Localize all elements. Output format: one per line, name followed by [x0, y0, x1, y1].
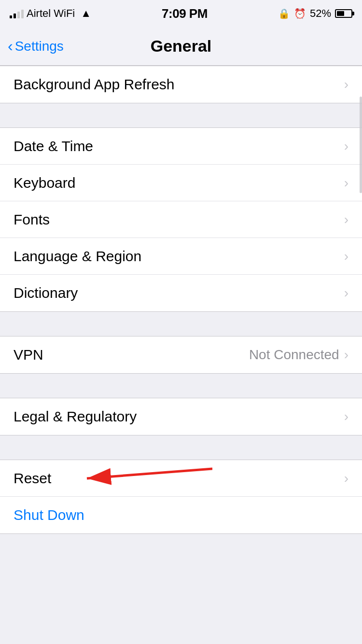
legal-regulatory-label: Legal & Regulatory [14, 408, 137, 425]
chevron-right-icon: › [344, 175, 348, 191]
legal-regulatory-right: › [344, 409, 348, 424]
spacer-5 [0, 534, 362, 558]
status-right: 🔒 ⏰ 52% [278, 7, 352, 20]
background-app-refresh-label: Background App Refresh [14, 76, 175, 93]
back-button[interactable]: ‹ Settings [8, 39, 64, 54]
reset-row[interactable]: Reset › [0, 460, 362, 497]
legal-regulatory-row[interactable]: Legal & Regulatory › [0, 398, 362, 435]
chevron-right-icon: › [344, 285, 348, 301]
dictionary-row[interactable]: Dictionary › [0, 275, 362, 311]
fonts-row[interactable]: Fonts › [0, 201, 362, 238]
vpn-value: Not Connected [249, 347, 339, 363]
signal-bar-3 [17, 12, 20, 18]
settings-group-4: Legal & Regulatory › [0, 398, 362, 435]
shut-down-row[interactable]: Shut Down [0, 497, 362, 533]
fonts-label: Fonts [14, 211, 50, 228]
reset-right: › [344, 471, 348, 486]
svg-line-1 [87, 469, 212, 478]
dictionary-label: Dictionary [14, 285, 78, 301]
settings-section: Background App Refresh › Date & Time › K… [0, 66, 362, 558]
signal-bar-1 [10, 15, 12, 18]
spacer-2 [0, 312, 362, 336]
status-time: 7:09 PM [162, 6, 208, 21]
signal-bar-2 [14, 14, 16, 18]
back-label: Settings [15, 39, 64, 54]
language-region-row[interactable]: Language & Region › [0, 238, 362, 275]
fonts-right: › [344, 212, 348, 227]
spacer-3 [0, 374, 362, 398]
status-left: Airtel WiFi ▲ [10, 7, 91, 20]
battery-icon [335, 9, 352, 18]
chevron-right-icon: › [344, 347, 348, 363]
chevron-right-icon: › [344, 409, 348, 424]
shut-down-label: Shut Down [14, 507, 84, 523]
dictionary-right: › [344, 285, 348, 301]
alarm-icon: ⏰ [294, 8, 306, 19]
back-chevron-icon: ‹ [8, 38, 13, 54]
chevron-right-icon: › [344, 212, 348, 227]
date-time-row[interactable]: Date & Time › [0, 128, 362, 165]
settings-group-5: Reset › Shut Down [0, 460, 362, 534]
settings-group-2: Date & Time › Keyboard › Fonts › Languag… [0, 127, 362, 312]
vpn-row[interactable]: VPN Not Connected › [0, 336, 362, 373]
status-bar: Airtel WiFi ▲ 7:09 PM 🔒 ⏰ 52% [0, 0, 362, 27]
signal-bar-4 [21, 10, 24, 18]
spacer-1 [0, 103, 362, 127]
chevron-right-icon: › [344, 249, 348, 264]
battery-fill [337, 11, 344, 16]
keyboard-label: Keyboard [14, 175, 75, 191]
keyboard-row[interactable]: Keyboard › [0, 165, 362, 201]
vpn-label: VPN [14, 347, 43, 363]
date-time-right: › [344, 139, 348, 154]
chevron-right-icon: › [344, 139, 348, 154]
red-arrow-annotation [58, 464, 212, 493]
settings-group-1: Background App Refresh › [0, 66, 362, 103]
carrier-text: Airtel WiFi [27, 7, 75, 20]
chevron-right-icon: › [344, 77, 348, 92]
keyboard-right: › [344, 175, 348, 191]
language-region-right: › [344, 249, 348, 264]
signal-bars [10, 9, 24, 18]
scrollbar[interactable] [360, 97, 362, 193]
reset-label: Reset [14, 470, 51, 487]
battery-percent: 52% [310, 7, 331, 20]
vpn-right: Not Connected › [249, 347, 348, 363]
spacer-4 [0, 435, 362, 460]
lock-icon: 🔒 [278, 8, 290, 19]
page-title: General [151, 37, 212, 56]
chevron-right-icon: › [344, 471, 348, 486]
nav-bar: ‹ Settings General [0, 27, 362, 66]
background-app-refresh-row[interactable]: Background App Refresh › [0, 66, 362, 103]
language-region-label: Language & Region [14, 248, 141, 265]
wifi-icon: ▲ [81, 7, 91, 20]
date-time-label: Date & Time [14, 138, 93, 154]
settings-group-3: VPN Not Connected › [0, 336, 362, 374]
background-app-refresh-right: › [344, 77, 348, 92]
